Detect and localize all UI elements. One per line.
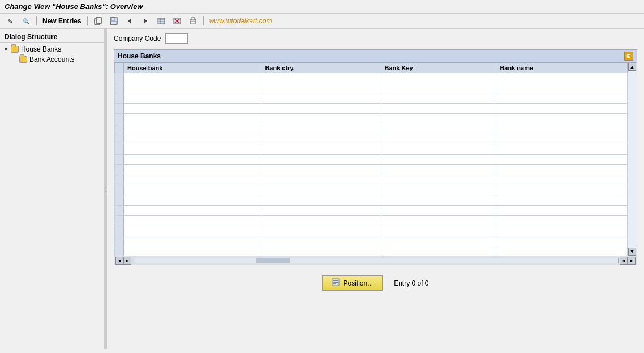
cell-bank-name-14[interactable]	[496, 216, 628, 226]
cell-bank-key-1[interactable]	[381, 83, 496, 93]
cell-house-bank-11[interactable]	[124, 185, 261, 195]
cell-bank-key-16[interactable]	[381, 236, 496, 246]
h-scroll-left-btn[interactable]: ◄	[115, 257, 123, 265]
table-row[interactable]	[115, 134, 628, 144]
cell-bank-ctry-12[interactable]	[261, 195, 381, 206]
row-selector-4[interactable]	[115, 114, 124, 124]
row-selector-16[interactable]	[115, 236, 124, 246]
cell-bank-name-17[interactable]	[496, 246, 628, 256]
cell-bank-name-6[interactable]	[496, 134, 628, 144]
table-row[interactable]	[115, 124, 628, 134]
h-scroll-left-end-btn[interactable]: ◄	[620, 257, 628, 265]
print-icon-btn[interactable]	[186, 15, 200, 27]
table-row[interactable]	[115, 216, 628, 226]
cell-house-bank-8[interactable]	[124, 155, 261, 165]
cell-bank-ctry-9[interactable]	[261, 165, 381, 175]
row-selector-15[interactable]	[115, 226, 124, 236]
cell-bank-key-12[interactable]	[381, 195, 496, 206]
cell-bank-name-10[interactable]	[496, 175, 628, 185]
cell-bank-name-8[interactable]	[496, 155, 628, 165]
cell-bank-name-13[interactable]	[496, 206, 628, 216]
table-row[interactable]	[115, 114, 628, 124]
row-selector-6[interactable]	[115, 134, 124, 144]
row-selector-2[interactable]	[115, 93, 124, 104]
table-row[interactable]	[115, 73, 628, 83]
cell-bank-ctry-5[interactable]	[261, 124, 381, 134]
row-selector-8[interactable]	[115, 155, 124, 165]
cell-bank-name-4[interactable]	[496, 114, 628, 124]
cell-house-bank-7[interactable]	[124, 144, 261, 155]
row-selector-10[interactable]	[115, 175, 124, 185]
cell-bank-key-2[interactable]	[381, 93, 496, 104]
row-selector-11[interactable]	[115, 185, 124, 195]
cell-bank-key-13[interactable]	[381, 206, 496, 216]
cell-bank-name-15[interactable]	[496, 226, 628, 236]
row-selector-14[interactable]	[115, 216, 124, 226]
cell-bank-name-16[interactable]	[496, 236, 628, 246]
cell-bank-ctry-15[interactable]	[261, 226, 381, 236]
row-selector-7[interactable]	[115, 144, 124, 155]
back-icon-btn[interactable]	[123, 15, 136, 27]
position-button[interactable]: Position...	[322, 275, 383, 291]
cell-bank-key-5[interactable]	[381, 124, 496, 134]
cell-house-bank-6[interactable]	[124, 134, 261, 144]
cell-house-bank-2[interactable]	[124, 93, 261, 104]
cell-bank-name-9[interactable]	[496, 165, 628, 175]
row-selector-1[interactable]	[115, 83, 124, 93]
table-row[interactable]	[115, 104, 628, 114]
table-row[interactable]	[115, 93, 628, 104]
cell-bank-ctry-16[interactable]	[261, 236, 381, 246]
table-row[interactable]	[115, 246, 628, 256]
cell-bank-ctry-10[interactable]	[261, 175, 381, 185]
cell-bank-key-9[interactable]	[381, 165, 496, 175]
h-scroll-right-end-btn[interactable]: ►	[628, 257, 636, 265]
cell-bank-key-4[interactable]	[381, 114, 496, 124]
v-scroll-up-btn[interactable]: ▲	[628, 63, 636, 71]
table-row[interactable]	[115, 165, 628, 175]
cell-bank-name-11[interactable]	[496, 185, 628, 195]
row-selector-9[interactable]	[115, 165, 124, 175]
cell-house-bank-3[interactable]	[124, 104, 261, 114]
table-settings-icon[interactable]: ⊞	[624, 52, 633, 61]
cell-house-bank-14[interactable]	[124, 216, 261, 226]
table-row[interactable]	[115, 226, 628, 236]
cell-bank-ctry-6[interactable]	[261, 134, 381, 144]
cell-bank-name-1[interactable]	[496, 83, 628, 93]
cell-house-bank-0[interactable]	[124, 73, 261, 83]
cell-bank-name-3[interactable]	[496, 104, 628, 114]
cell-bank-name-12[interactable]	[496, 195, 628, 206]
table-row[interactable]	[115, 155, 628, 165]
row-selector-5[interactable]	[115, 124, 124, 134]
row-selector-17[interactable]	[115, 246, 124, 256]
cell-bank-ctry-14[interactable]	[261, 216, 381, 226]
cell-bank-key-3[interactable]	[381, 104, 496, 114]
table-row[interactable]	[115, 83, 628, 93]
cell-bank-ctry-0[interactable]	[261, 73, 381, 83]
company-code-input[interactable]	[165, 33, 188, 44]
cell-house-bank-10[interactable]	[124, 175, 261, 185]
cell-bank-key-11[interactable]	[381, 185, 496, 195]
customize-icon-btn[interactable]: ✎	[3, 15, 17, 27]
cell-house-bank-1[interactable]	[124, 83, 261, 93]
cell-bank-name-7[interactable]	[496, 144, 628, 155]
v-scroll-down-btn[interactable]: ▼	[628, 248, 636, 256]
find-icon-btn[interactable]: 🔍	[19, 15, 33, 27]
sidebar-item-house-banks[interactable]: ▼ House Banks	[0, 44, 104, 54]
cell-bank-key-7[interactable]	[381, 144, 496, 155]
copy-icon-btn[interactable]	[91, 15, 105, 27]
cell-house-bank-15[interactable]	[124, 226, 261, 236]
cell-bank-ctry-17[interactable]	[261, 246, 381, 256]
cell-house-bank-16[interactable]	[124, 236, 261, 246]
cell-bank-key-10[interactable]	[381, 175, 496, 185]
cell-house-bank-4[interactable]	[124, 114, 261, 124]
row-selector-0[interactable]	[115, 73, 124, 83]
sidebar-item-bank-accounts[interactable]: Bank Accounts	[0, 54, 104, 65]
cell-bank-name-0[interactable]	[496, 73, 628, 83]
save-icon-btn[interactable]	[107, 15, 121, 27]
cell-bank-key-0[interactable]	[381, 73, 496, 83]
cell-bank-name-5[interactable]	[496, 124, 628, 134]
cell-bank-ctry-2[interactable]	[261, 93, 381, 104]
table-row[interactable]	[115, 236, 628, 246]
row-selector-13[interactable]	[115, 206, 124, 216]
cell-bank-key-8[interactable]	[381, 155, 496, 165]
